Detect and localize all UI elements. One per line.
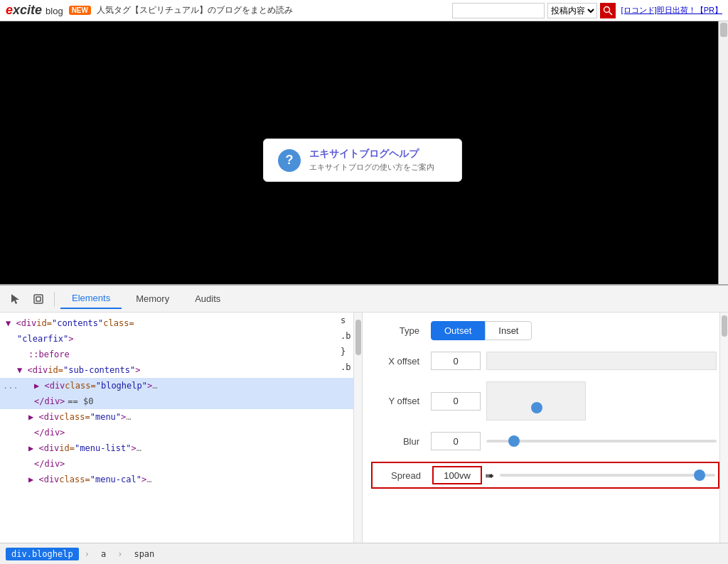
search-icon [603, 6, 613, 16]
table-row[interactable]: ▶ <div class="menu-cal">… [0, 472, 362, 487]
status-separator2: › [117, 549, 122, 559]
cursor-icon [10, 293, 21, 305]
slider-dot[interactable] [531, 402, 542, 413]
scrollbar[interactable] [718, 21, 728, 284]
svg-rect-4 [36, 297, 41, 301]
el-attr: id= [36, 317, 52, 330]
tab-memory[interactable]: Memory [124, 289, 181, 308]
spread-label: Spread [375, 470, 432, 481]
svg-marker-2 [11, 294, 19, 304]
el-attr-val: "sub-contents" [63, 364, 135, 376]
cursor-arrow-icon: ➠ [485, 469, 494, 482]
table-row[interactable]: "clearfix"> [0, 331, 362, 347]
table-row[interactable]: ::before [0, 347, 362, 362]
status-separator: › [85, 549, 90, 559]
table-row[interactable]: ▶ <div id="menu-list">… [0, 440, 362, 456]
elements-panel[interactable]: ▼ <div id="contents" class= "clearfix"> … [0, 313, 363, 543]
el-special: == $0 [68, 395, 93, 408]
devtools-tabs: Elements Memory Audits [0, 286, 728, 313]
box-icon [33, 293, 44, 305]
blur-input[interactable] [431, 432, 481, 450]
el-dots: … [152, 379, 157, 392]
tab-elements[interactable]: Elements [60, 288, 122, 309]
el-dots4: … [146, 473, 151, 486]
type-label: Type [374, 325, 431, 336]
el-attr: id= [59, 442, 75, 455]
el-tag2: > [121, 411, 126, 423]
spread-input[interactable] [432, 466, 482, 484]
panel-scrollbar[interactable] [353, 313, 362, 543]
tab-separator [54, 292, 55, 306]
svg-rect-3 [34, 295, 43, 303]
el-attr-val: "contents" [52, 317, 103, 330]
code-partial: s .b } .b [341, 313, 352, 375]
style-panel-scrollbar[interactable] [719, 313, 728, 543]
help-icon: ? [278, 149, 301, 172]
x-offset-row: X offset [374, 352, 717, 370]
el-pseudo: ::before [28, 348, 70, 361]
table-row[interactable]: ... ▶ <div class="bloghelp">… [0, 378, 362, 394]
table-row[interactable]: </div> [0, 425, 362, 440]
logo[interactable]: excite blog [6, 3, 63, 18]
el-attr: class= [65, 379, 95, 392]
el-dots3: … [136, 442, 141, 455]
promo-text[interactable]: 人気タグ【スピリチュアル】のブログをまとめ読み [97, 4, 446, 16]
help-subtitle: エキサイトブログの使い方をご案内 [309, 162, 434, 173]
status-item-a[interactable]: a [95, 548, 112, 560]
el-attr: class= [59, 411, 90, 423]
el-attr-val: "menu" [90, 411, 121, 423]
el-attr: class= [59, 473, 90, 486]
status-bar: div.bloghelp › a › span [0, 543, 728, 564]
blur-row: Blur [374, 432, 717, 450]
el-tag: </div> [34, 426, 65, 439]
browser-area: ? エキサイトブログヘルプ エキサイトブログの使い方をご案内 [0, 21, 728, 284]
spread-slider[interactable] [500, 474, 715, 477]
el-tag: ▼ <div [6, 317, 36, 330]
table-row[interactable]: </div> [0, 456, 362, 472]
el-tag: ▼ <div [17, 364, 48, 376]
el-attr: id= [48, 364, 63, 376]
el-dots2: … [126, 411, 131, 423]
cursor-icon-button[interactable] [6, 289, 26, 309]
search-select[interactable]: 投稿内容 [547, 3, 597, 18]
spread-slider-wrap [500, 466, 715, 484]
el-tag: ▶ <div [28, 473, 59, 486]
table-row[interactable]: </div>== $0 [0, 394, 362, 409]
x-offset-label: X offset [374, 356, 431, 367]
style-scrollbar-thumb[interactable] [722, 315, 727, 337]
devtools-panel: Elements Memory Audits ▼ <div id="conten… [0, 284, 728, 564]
ad-text[interactable]: [ロコンド]即日出荷！【PR】 [621, 5, 722, 16]
blur-label: Blur [374, 436, 431, 447]
tab-audits[interactable]: Audits [183, 289, 232, 308]
y-offset-2d-slider[interactable] [486, 381, 586, 421]
el-tag: </div> [34, 457, 65, 470]
table-row[interactable]: ▼ <div id="contents" class= [0, 315, 362, 331]
type-row: Type OutsetInset [374, 321, 717, 340]
svg-line-1 [609, 11, 612, 15]
el-attr-val: "bloghelp" [96, 379, 147, 392]
blur-slider[interactable] [486, 440, 717, 443]
y-offset-label: Y offset [374, 396, 431, 406]
shadow-editor: Type OutsetInset X offset Y offset [363, 313, 728, 543]
topbar: excite blog NEW 人気タグ【スピリチュアル】のブログをまとめ読み … [0, 0, 728, 21]
el-tag: ▶ <div [28, 411, 59, 423]
search-button[interactable] [600, 3, 616, 18]
status-item-span[interactable]: span [128, 548, 160, 560]
help-popup[interactable]: ? エキサイトブログヘルプ エキサイトブログの使い方をご案内 [263, 139, 462, 182]
spread-row: Spread ➠ [371, 462, 719, 489]
el-attr2: class= [103, 317, 134, 330]
status-item-bloghelp[interactable]: div.bloghelp [6, 548, 79, 560]
devtools-content: ▼ <div id="contents" class= "clearfix"> … [0, 313, 728, 543]
el-tag2: > [132, 442, 136, 455]
outset-button[interactable]: Outset [431, 321, 485, 340]
elements-tree: ▼ <div id="contents" class= "clearfix"> … [0, 313, 362, 490]
x-offset-input[interactable] [431, 352, 481, 370]
inspect-icon-button[interactable] [28, 289, 48, 309]
inset-button[interactable]: Inset [485, 321, 532, 340]
x-offset-slider-area [486, 352, 717, 370]
table-row[interactable]: ▼ <div id="sub-contents"> [0, 362, 362, 378]
scrollbar-thumb[interactable] [355, 320, 361, 355]
y-offset-input[interactable] [431, 392, 481, 411]
table-row[interactable]: ▶ <div class="menu">… [0, 409, 362, 425]
search-input[interactable] [452, 3, 545, 18]
